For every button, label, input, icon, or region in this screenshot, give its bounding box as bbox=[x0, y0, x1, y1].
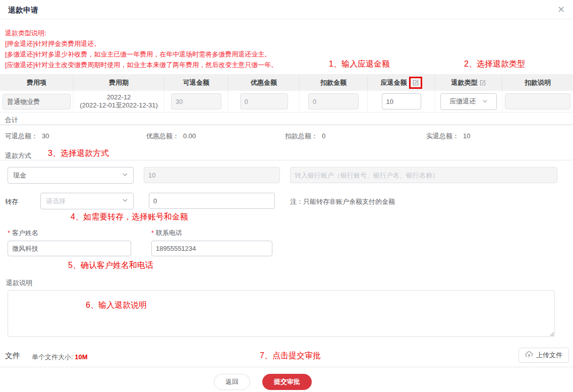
refundable-amount-input bbox=[171, 93, 221, 109]
header-refund-due-amount: 应退金额 bbox=[367, 74, 435, 91]
fee-period-range: (2022-12-01至2022-12-31) bbox=[80, 101, 158, 109]
note-line: [押金退还]针对押金类费用退还。 bbox=[5, 38, 277, 49]
header-refundable-amount: 可退金额 bbox=[164, 74, 228, 91]
deduction-total-label: 扣款总额： bbox=[285, 132, 318, 140]
header-deduction-amount: 扣款金额 bbox=[299, 74, 367, 91]
header-discount-amount: 优惠金额 bbox=[228, 74, 299, 91]
back-button[interactable]: 返回 bbox=[214, 374, 250, 390]
annotation-step4: 4、如需要转存，选择账号和金额 bbox=[71, 212, 188, 222]
deduction-amount-input bbox=[308, 93, 359, 109]
cell-fee-period: 2022-12 (2022-12-01至2022-12-31) bbox=[73, 91, 164, 112]
refund-type-notes: 退款类型说明: [押金退还]针对押金类费用退还。 [多缴退还]针对多退少补收费，… bbox=[5, 28, 277, 70]
refund-description-wrap: 6、输入退款说明 bbox=[8, 290, 555, 337]
note-line: [应缴退还]针对业主改变缴费周期时使用，如业主本来缴了两年费用，然后改变主意只缴… bbox=[5, 60, 277, 70]
deduction-total-value: 0 bbox=[322, 132, 325, 140]
summary-title: 合计 bbox=[5, 116, 18, 125]
refund-type-select[interactable]: 应缴退还 bbox=[440, 93, 497, 110]
annotation-step3: 3、选择退款方式 bbox=[48, 148, 109, 159]
refund-due-input[interactable] bbox=[382, 93, 421, 109]
discount-amount-input bbox=[240, 93, 288, 109]
cell-deduction bbox=[299, 91, 367, 112]
actual-total-value: 10 bbox=[463, 132, 470, 140]
summary-divider bbox=[0, 125, 573, 125]
chevron-down-icon bbox=[122, 197, 128, 205]
payment-amount-input bbox=[144, 167, 280, 183]
table-row: 普通物业费 2022-12 (2022-12-01至2022-12-31) bbox=[0, 91, 573, 113]
fee-table-header: 费用项 费用期 可退金额 优惠金额 扣款金额 应退金额 退款类型 扣款说明 bbox=[0, 74, 573, 91]
totals-row: 可退总额：30 优惠总额：0.00 扣款总额：0 实退总额：10 bbox=[0, 132, 573, 141]
header-fee-period: 费用期 bbox=[73, 74, 164, 91]
notes-heading: 退款类型说明: bbox=[5, 28, 277, 38]
cell-refund-type: 应缴退还 bbox=[435, 91, 502, 112]
file-size-hint-text: 单个文件大小: bbox=[32, 353, 75, 361]
required-mark: * bbox=[151, 229, 154, 237]
chevron-down-icon bbox=[482, 98, 488, 105]
refund-description-textarea[interactable] bbox=[8, 290, 555, 337]
refund-description-label: 退款说明 bbox=[6, 278, 32, 288]
refundable-total-label: 可退总额： bbox=[5, 132, 38, 140]
customer-phone-label-text: 联系电话 bbox=[156, 229, 182, 237]
customer-name-input[interactable] bbox=[8, 241, 131, 256]
edit-icon[interactable] bbox=[479, 79, 486, 86]
refundable-total: 可退总额：30 bbox=[5, 132, 49, 141]
actual-refund-total: 实退总额：10 bbox=[426, 132, 470, 141]
discount-total-label: 优惠总额： bbox=[146, 132, 179, 140]
edit-icon[interactable] bbox=[412, 79, 419, 86]
refund-application-modal: 退款申请 ✕ 退款类型说明: [押金退还]针对押金类费用退还。 [多缴退还]针对… bbox=[0, 0, 573, 392]
deduction-total: 扣款总额：0 bbox=[285, 132, 325, 141]
refund-type-value: 应缴退还 bbox=[450, 97, 476, 106]
submit-approval-button[interactable]: 提交审批 bbox=[262, 374, 312, 390]
upload-cloud-icon bbox=[525, 351, 533, 360]
fee-item-value: 普通物业费 bbox=[3, 94, 71, 109]
annotation-step7: 7、点击提交审批 bbox=[260, 351, 321, 361]
customer-phone-input[interactable] bbox=[151, 241, 272, 256]
modal-header: 退款申请 ✕ bbox=[0, 0, 573, 19]
transfer-account-placeholder: 请选择 bbox=[46, 197, 66, 206]
bank-account-input bbox=[290, 167, 557, 183]
customer-name-label-text: 客户姓名 bbox=[12, 229, 38, 237]
cell-refund-due bbox=[367, 91, 435, 112]
payment-section-label: 退款方式 bbox=[5, 151, 31, 160]
header-refund-due-label: 应退金额 bbox=[381, 78, 407, 87]
file-size-limit: 10M bbox=[75, 353, 87, 361]
header-deduction-note: 扣款说明 bbox=[502, 74, 573, 91]
footer-actions: 返回 提交审批 bbox=[0, 374, 573, 390]
note-line: [多缴退还]针对多退少补收费，如业主已缴一年费用，在年中退场时需将多缴费用退还业… bbox=[5, 49, 277, 60]
annotation-step2: 2、选择退款类型 bbox=[464, 59, 525, 70]
cell-deduction-note bbox=[502, 91, 573, 112]
file-size-hint: 单个文件大小: 10M bbox=[32, 353, 88, 362]
annotation-step1: 1、输入应退金额 bbox=[329, 59, 390, 70]
customer-name-label: *客户姓名 bbox=[8, 229, 38, 238]
required-mark: * bbox=[8, 229, 10, 237]
deduction-note-input bbox=[505, 93, 570, 109]
page-title: 退款申请 bbox=[8, 6, 38, 15]
files-label: 文件 bbox=[5, 351, 20, 361]
close-icon[interactable]: ✕ bbox=[557, 4, 565, 15]
customer-phone-label: *联系电话 bbox=[151, 229, 182, 238]
discount-total: 优惠总额：0.00 bbox=[146, 132, 196, 141]
transfer-label: 转存 bbox=[5, 197, 18, 206]
upload-file-button[interactable]: 上传文件 bbox=[519, 348, 569, 363]
annotation-step5: 5、确认客户姓名和电话 bbox=[68, 260, 153, 271]
refundable-total-value: 30 bbox=[42, 132, 49, 140]
payment-method-select[interactable]: 现金 bbox=[8, 167, 134, 184]
header-refund-type: 退款类型 bbox=[435, 74, 502, 91]
cell-refundable bbox=[164, 91, 228, 112]
transfer-amount-input[interactable] bbox=[149, 193, 275, 209]
payment-method-value: 现金 bbox=[13, 171, 26, 180]
transfer-account-select[interactable]: 请选择 bbox=[40, 193, 134, 209]
transfer-note: 注：只能转存非账户余额支付的金额 bbox=[290, 197, 395, 206]
header-refund-type-label: 退款类型 bbox=[451, 78, 478, 87]
chevron-down-icon bbox=[122, 172, 128, 179]
upload-button-label: 上传文件 bbox=[536, 351, 562, 360]
fee-period-month: 2022-12 bbox=[80, 93, 158, 101]
discount-total-value: 0.00 bbox=[183, 132, 196, 140]
step1-highlight-box bbox=[409, 77, 422, 89]
cell-fee-item: 普通物业费 bbox=[0, 91, 73, 112]
cell-discount bbox=[228, 91, 299, 112]
actual-total-label: 实退总额： bbox=[426, 132, 459, 140]
files-divider bbox=[0, 367, 573, 367]
fee-table: 费用项 费用期 可退金额 优惠金额 扣款金额 应退金额 退款类型 扣款说明 bbox=[0, 74, 573, 113]
header-fee-item: 费用项 bbox=[0, 74, 73, 91]
payment-section-divider bbox=[0, 160, 573, 160]
